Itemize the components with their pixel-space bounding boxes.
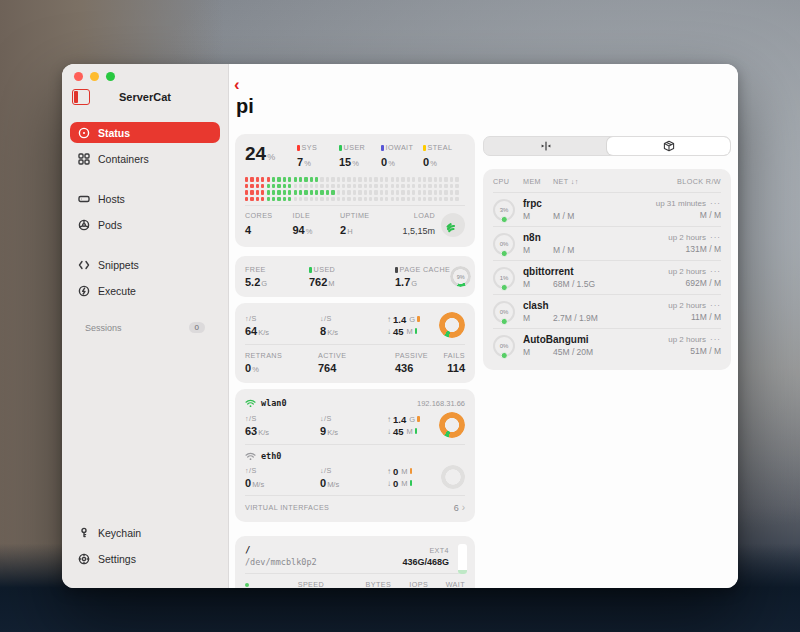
memory-cache-stat: PAGE CACHE 1.7G [395,265,450,288]
row-menu-icon[interactable]: ··· [710,301,721,310]
container-block: M / M [656,210,721,220]
container-cpu-gauge: 1% [493,267,515,289]
container-mem: M [523,279,553,289]
snippets-icon [77,258,90,271]
container-name: n8n [523,232,668,243]
sidebar-item-keychain[interactable]: Keychain [70,522,220,543]
container-block: 11M / M [668,312,721,322]
page-title: pi [236,95,254,118]
containers-card: CPU MEM NET ↓↑ BLOCK R/W 3% frpc MM / M … [483,169,731,370]
tcp-active-stat: ACTIVE 764 [318,351,395,374]
sidebar-item-status[interactable]: Status [70,122,220,143]
wlan0-gauge [439,412,465,438]
sessions-count-badge: 0 [189,322,205,333]
container-net: 2.7M / 1.9M [553,313,598,323]
load-gauge-icon [441,213,465,237]
virtual-interfaces-row[interactable]: VIRTUAL INTERFACES 6 › [245,502,465,513]
container-row[interactable]: 3% frpc MM / M up 31 minutes··· M / M [493,192,721,226]
window-controls [74,72,115,81]
container-uptime: up 2 hours [668,267,706,276]
sidebar-item-hosts[interactable]: Hosts [70,188,220,209]
container-mem: M [523,347,553,357]
disk-card: / EXT4 /dev/mmcblk0p2 436G/468G SPEED BY… [235,536,475,588]
tab-containers[interactable] [607,137,730,155]
status-column: 24% SYS 7% USER 15% IOWAIT 0% [235,134,475,588]
steal-marker [423,145,426,151]
sessions-row: Sessions 0 [85,322,205,333]
panel-segmented-control [483,136,731,156]
processes-icon [540,140,552,152]
eth0-gauge [441,465,465,489]
interface-name: wlan0 [261,398,287,408]
container-net: 45M / 20M [553,347,593,357]
network-gauge [439,312,465,338]
row-menu-icon[interactable]: ··· [710,199,721,208]
wlan0-up-stat: ↑/S 63K/s [245,414,320,437]
row-menu-icon[interactable]: ··· [710,267,721,276]
close-window-button[interactable] [74,72,83,81]
sidebar-item-settings[interactable]: Settings [70,548,220,569]
key-icon [77,526,90,539]
container-uptime: up 2 hours [668,301,706,310]
sidebar-item-label: Hosts [98,193,125,205]
wlan0-totals: ↑1.4G ↓45M [387,414,439,437]
container-row[interactable]: 1% qbittorrent M68M / 1.5G up 2 hours···… [493,260,721,294]
cpu-sys-stat: SYS 7% [297,143,339,170]
row-menu-icon[interactable]: ··· [710,335,721,344]
total-down-marker [415,328,418,334]
tcp-fails-stat: FAILS 114 [443,351,465,374]
container-block: 51M / M [668,346,721,356]
container-mem: M [523,211,553,221]
sidebar-item-label: Execute [98,285,136,297]
containers-table-header: CPU MEM NET ↓↑ BLOCK R/W [493,177,721,192]
iowait-marker [381,145,384,151]
net-down-stat: ↓/S 8K/s [320,314,387,337]
disk-usage: 436G/468G [402,557,449,567]
cpu-steal-stat: STEAL 0% [423,143,465,170]
containers-box-icon [663,140,675,152]
memory-gauge: 9% [450,266,471,287]
memory-free-stat: FREE 5.2G [245,265,309,288]
minimize-window-button[interactable] [90,72,99,81]
container-cpu-gauge: 0% [493,335,515,357]
container-mem: M [523,245,553,255]
container-uptime: up 2 hours [668,335,706,344]
tab-processes[interactable] [484,137,607,155]
sidebar-item-label: Containers [98,153,149,165]
sidebar-item-containers[interactable]: Containers [70,148,220,169]
container-cpu-gauge: 0% [493,233,515,255]
back-button[interactable]: ‹ [234,78,240,92]
container-block: 131M / M [668,244,721,254]
container-name: clash [523,300,668,311]
container-block: 692M / M [668,278,721,288]
disk-device: /dev/mmcblk0p2 [245,557,317,567]
hosts-icon [77,192,90,205]
container-net: M / M [553,211,574,221]
user-marker [339,145,342,151]
load-stat: LOAD 1,5,15m [388,211,436,238]
interface-name: eth0 [261,451,281,461]
sidebar-item-pods[interactable]: Pods [70,214,220,235]
cpu-total: 24% [245,143,297,165]
eth0-up-stat: ↑/S 0M/s [245,466,320,489]
zoom-window-button[interactable] [106,72,115,81]
sessions-label: Sessions [85,323,122,333]
sidebar-item-label: Status [98,127,130,139]
container-name: frpc [523,198,656,209]
sidebar-item-execute[interactable]: Execute [70,280,220,301]
interface-ip: 192.168.31.66 [417,399,465,408]
memory-card: FREE 5.2G USED 762M PAGE CACHE 1.7G 9% [235,256,475,297]
container-row[interactable]: 0% n8n MM / M up 2 hours··· 131M / M [493,226,721,260]
container-mem: M [523,313,553,323]
container-uptime: up 31 minutes [656,199,706,208]
disk-io-table: SPEED BYTES IOPS WAIT R 0M/s 979M 0 0 W … [245,580,465,588]
sidebar-item-label: Keychain [98,527,141,539]
sys-marker [297,145,300,151]
sidebar-item-snippets[interactable]: Snippets [70,254,220,275]
chevron-right-icon: › [462,502,465,513]
row-menu-icon[interactable]: ··· [710,233,721,242]
container-row[interactable]: 0% clash M2.7M / 1.9M up 2 hours··· 11M … [493,294,721,328]
cpu-idle-stat: IDLE 94% [293,211,341,238]
container-row[interactable]: 0% AutoBangumi M45M / 20M up 2 hours··· … [493,328,721,362]
container-net: 68M / 1.5G [553,279,595,289]
